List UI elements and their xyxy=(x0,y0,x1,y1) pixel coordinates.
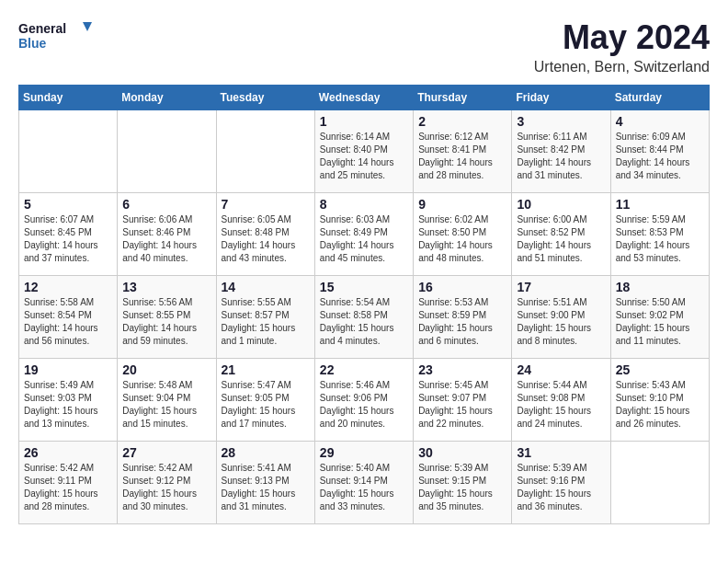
calendar-cell: 29Sunrise: 5:40 AM Sunset: 9:14 PM Dayli… xyxy=(314,442,413,524)
day-number: 5 xyxy=(24,197,112,212)
day-number: 9 xyxy=(418,197,506,212)
calendar-cell: 11Sunrise: 5:59 AM Sunset: 8:53 PM Dayli… xyxy=(610,193,709,276)
weekday-header-monday: Monday xyxy=(118,86,216,110)
day-number: 14 xyxy=(222,280,310,294)
day-number: 25 xyxy=(616,362,704,377)
day-number: 13 xyxy=(122,280,210,294)
day-info: Sunrise: 5:58 AM Sunset: 8:54 PM Dayligh… xyxy=(24,296,112,348)
day-info: Sunrise: 5:44 AM Sunset: 9:08 PM Dayligh… xyxy=(517,379,605,431)
day-number: 1 xyxy=(320,114,408,129)
calendar-cell: 16Sunrise: 5:53 AM Sunset: 8:59 PM Dayli… xyxy=(414,276,512,359)
day-number: 10 xyxy=(517,197,605,212)
day-number: 23 xyxy=(418,362,506,377)
title-block: May 2024 Urtenen, Bern, Switzerland xyxy=(534,18,710,75)
day-number: 8 xyxy=(320,197,408,212)
weekday-header-friday: Friday xyxy=(512,86,610,110)
weekday-header-saturday: Saturday xyxy=(610,86,709,110)
day-number: 26 xyxy=(24,445,112,460)
day-number: 16 xyxy=(418,280,506,294)
day-number: 29 xyxy=(320,445,408,460)
calendar-week-1: 1Sunrise: 6:14 AM Sunset: 8:40 PM Daylig… xyxy=(19,110,710,193)
day-number: 21 xyxy=(222,362,310,377)
calendar-cell: 13Sunrise: 5:56 AM Sunset: 8:55 PM Dayli… xyxy=(118,276,216,359)
day-info: Sunrise: 5:40 AM Sunset: 9:14 PM Dayligh… xyxy=(320,462,408,513)
calendar-cell: 24Sunrise: 5:44 AM Sunset: 9:08 PM Dayli… xyxy=(512,359,610,442)
calendar-cell: 28Sunrise: 5:41 AM Sunset: 9:13 PM Dayli… xyxy=(216,442,314,524)
day-number: 4 xyxy=(616,114,704,129)
day-number: 6 xyxy=(122,197,210,212)
day-info: Sunrise: 6:05 AM Sunset: 8:48 PM Dayligh… xyxy=(222,213,310,265)
day-info: Sunrise: 5:56 AM Sunset: 8:55 PM Dayligh… xyxy=(122,296,210,348)
day-info: Sunrise: 5:41 AM Sunset: 9:13 PM Dayligh… xyxy=(222,462,310,513)
page-header: General Blue May 2024 Urtenen, Bern, Swi… xyxy=(18,18,710,75)
calendar-week-4: 19Sunrise: 5:49 AM Sunset: 9:03 PM Dayli… xyxy=(19,359,710,442)
day-number: 11 xyxy=(616,197,704,212)
day-info: Sunrise: 5:46 AM Sunset: 9:06 PM Dayligh… xyxy=(320,379,408,431)
day-number: 18 xyxy=(616,280,704,294)
calendar-cell: 8Sunrise: 6:03 AM Sunset: 8:49 PM Daylig… xyxy=(314,193,413,276)
svg-text:Blue: Blue xyxy=(18,36,47,51)
weekday-header-row: SundayMondayTuesdayWednesdayThursdayFrid… xyxy=(19,86,710,110)
calendar-cell: 14Sunrise: 5:55 AM Sunset: 8:57 PM Dayli… xyxy=(216,276,314,359)
calendar-cell: 19Sunrise: 5:49 AM Sunset: 9:03 PM Dayli… xyxy=(19,359,118,442)
logo-svg: General Blue xyxy=(18,18,92,55)
calendar-cell: 22Sunrise: 5:46 AM Sunset: 9:06 PM Dayli… xyxy=(314,359,413,442)
calendar-cell: 18Sunrise: 5:50 AM Sunset: 9:02 PM Dayli… xyxy=(610,276,709,359)
main-title: May 2024 xyxy=(534,18,710,57)
weekday-header-thursday: Thursday xyxy=(414,86,512,110)
calendar-cell: 20Sunrise: 5:48 AM Sunset: 9:04 PM Dayli… xyxy=(118,359,216,442)
day-info: Sunrise: 5:47 AM Sunset: 9:05 PM Dayligh… xyxy=(222,379,310,431)
calendar-week-3: 12Sunrise: 5:58 AM Sunset: 8:54 PM Dayli… xyxy=(19,276,710,359)
calendar-table: SundayMondayTuesdayWednesdayThursdayFrid… xyxy=(18,85,710,524)
svg-marker-2 xyxy=(83,22,92,31)
day-info: Sunrise: 6:14 AM Sunset: 8:40 PM Dayligh… xyxy=(320,131,408,182)
subtitle: Urtenen, Bern, Switzerland xyxy=(534,59,710,75)
calendar-cell: 27Sunrise: 5:42 AM Sunset: 9:12 PM Dayli… xyxy=(118,442,216,524)
day-number: 24 xyxy=(517,362,605,377)
day-number: 28 xyxy=(222,445,310,460)
calendar-cell xyxy=(610,442,709,524)
day-number: 3 xyxy=(517,114,605,129)
calendar-week-2: 5Sunrise: 6:07 AM Sunset: 8:45 PM Daylig… xyxy=(19,193,710,276)
day-info: Sunrise: 6:02 AM Sunset: 8:50 PM Dayligh… xyxy=(418,213,506,265)
day-number: 22 xyxy=(320,362,408,377)
day-number: 2 xyxy=(418,114,506,129)
day-info: Sunrise: 6:06 AM Sunset: 8:46 PM Dayligh… xyxy=(122,213,210,265)
weekday-header-tuesday: Tuesday xyxy=(216,86,314,110)
day-number: 12 xyxy=(24,280,112,294)
calendar-cell: 26Sunrise: 5:42 AM Sunset: 9:11 PM Dayli… xyxy=(19,442,118,524)
day-info: Sunrise: 6:03 AM Sunset: 8:49 PM Dayligh… xyxy=(320,213,408,265)
day-number: 7 xyxy=(222,197,310,212)
calendar-cell: 4Sunrise: 6:09 AM Sunset: 8:44 PM Daylig… xyxy=(610,110,709,193)
calendar-cell: 30Sunrise: 5:39 AM Sunset: 9:15 PM Dayli… xyxy=(414,442,512,524)
calendar-cell: 21Sunrise: 5:47 AM Sunset: 9:05 PM Dayli… xyxy=(216,359,314,442)
calendar-cell xyxy=(216,110,314,193)
calendar-cell: 6Sunrise: 6:06 AM Sunset: 8:46 PM Daylig… xyxy=(118,193,216,276)
calendar-week-5: 26Sunrise: 5:42 AM Sunset: 9:11 PM Dayli… xyxy=(19,442,710,524)
svg-text:General: General xyxy=(18,21,66,36)
day-info: Sunrise: 5:45 AM Sunset: 9:07 PM Dayligh… xyxy=(418,379,506,431)
calendar-cell: 2Sunrise: 6:12 AM Sunset: 8:41 PM Daylig… xyxy=(414,110,512,193)
weekday-header-wednesday: Wednesday xyxy=(314,86,413,110)
calendar-cell: 31Sunrise: 5:39 AM Sunset: 9:16 PM Dayli… xyxy=(512,442,610,524)
weekday-header-sunday: Sunday xyxy=(19,86,118,110)
day-info: Sunrise: 6:11 AM Sunset: 8:42 PM Dayligh… xyxy=(517,131,605,182)
day-info: Sunrise: 5:59 AM Sunset: 8:53 PM Dayligh… xyxy=(616,213,704,265)
calendar-cell: 10Sunrise: 6:00 AM Sunset: 8:52 PM Dayli… xyxy=(512,193,610,276)
calendar-cell: 12Sunrise: 5:58 AM Sunset: 8:54 PM Dayli… xyxy=(19,276,118,359)
calendar-cell: 15Sunrise: 5:54 AM Sunset: 8:58 PM Dayli… xyxy=(314,276,413,359)
day-number: 19 xyxy=(24,362,112,377)
calendar-cell: 3Sunrise: 6:11 AM Sunset: 8:42 PM Daylig… xyxy=(512,110,610,193)
calendar-cell xyxy=(118,110,216,193)
day-info: Sunrise: 6:09 AM Sunset: 8:44 PM Dayligh… xyxy=(616,131,704,182)
day-info: Sunrise: 6:07 AM Sunset: 8:45 PM Dayligh… xyxy=(24,213,112,265)
day-number: 20 xyxy=(122,362,210,377)
day-info: Sunrise: 5:39 AM Sunset: 9:15 PM Dayligh… xyxy=(418,462,506,513)
day-number: 27 xyxy=(122,445,210,460)
day-info: Sunrise: 5:55 AM Sunset: 8:57 PM Dayligh… xyxy=(222,296,310,348)
logo: General Blue xyxy=(18,18,92,55)
calendar-cell: 23Sunrise: 5:45 AM Sunset: 9:07 PM Dayli… xyxy=(414,359,512,442)
day-number: 17 xyxy=(517,280,605,294)
calendar-cell: 1Sunrise: 6:14 AM Sunset: 8:40 PM Daylig… xyxy=(314,110,413,193)
day-info: Sunrise: 6:12 AM Sunset: 8:41 PM Dayligh… xyxy=(418,131,506,182)
